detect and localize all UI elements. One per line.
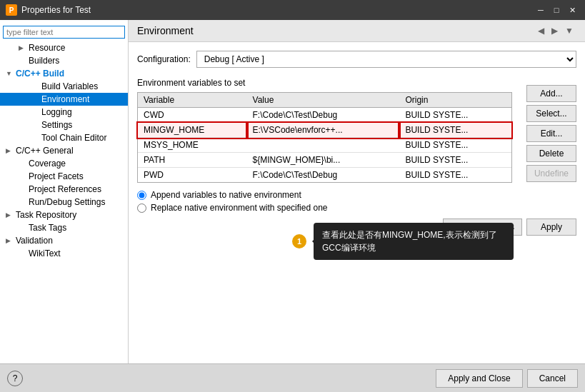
radio-append-label: Append variables to native environment — [151, 190, 301, 200]
panel-content: Configuration: Debug [ Active ] Environm… — [129, 42, 585, 363]
cell-origin: BUILD SYSTE... — [399, 138, 511, 153]
window-title: Properties for Test — [21, 5, 534, 15]
cell-value: ${MINGW_HOME}\bi... — [247, 153, 400, 168]
sidebar-label-settings: Settings — [41, 120, 72, 130]
sidebar-item-tool-chain-editor[interactable]: Tool Chain Editor — [0, 131, 128, 144]
cell-origin: BUILD SYSTE... — [399, 108, 511, 123]
sidebar-item-resource[interactable]: ▶Resource — [0, 41, 128, 54]
sidebar-item-wikitext[interactable]: WikiText — [0, 247, 128, 260]
filter-input[interactable] — [3, 26, 125, 39]
tree-arrow-cpp-build: ▼ — [6, 70, 13, 77]
panel-nav: ◀ ▶ ▼ — [535, 24, 576, 37]
sidebar-item-settings[interactable]: Settings — [0, 119, 128, 131]
cell-value: F:\Code\C\Test\Debug — [247, 168, 400, 183]
sidebar: ▶ResourceBuilders▼C/C++ BuildBuild Varia… — [0, 20, 129, 363]
table-row[interactable]: PATH ${MINGW_HOME}\bi... BUILD SYSTE... — [138, 153, 511, 168]
content-area: ▶ResourceBuilders▼C/C++ BuildBuild Varia… — [0, 20, 585, 363]
cell-value — [247, 138, 400, 153]
cell-origin: BUILD SYSTE... — [399, 123, 511, 138]
radio-append[interactable] — [137, 191, 146, 200]
sidebar-item-project-references[interactable]: Project References — [0, 183, 128, 196]
edit-button[interactable]: Edit... — [526, 125, 576, 142]
tree-arrow-cpp-general: ▶ — [6, 147, 13, 154]
cell-variable: PWD — [138, 168, 247, 183]
sidebar-item-project-facets[interactable]: Project Facets — [0, 170, 128, 183]
radio-replace-label: Replace native environment with specifie… — [151, 203, 327, 213]
sidebar-item-builders[interactable]: Builders — [0, 54, 128, 67]
help-button[interactable]: ? — [7, 371, 23, 386]
cell-origin: BUILD SYSTE... — [399, 168, 511, 183]
env-table-container: Variable Value Origin CWD F:\Code\C\Test… — [137, 92, 512, 183]
sidebar-label-logging: Logging — [41, 107, 72, 117]
callout-tooltip: 1 查看此处是否有MINGW_HOME,表示检测到了GCC编译环境 — [314, 223, 514, 260]
sidebar-label-task-tags: Task Tags — [29, 223, 66, 233]
col-variable: Variable — [138, 93, 247, 108]
cell-variable: CWD — [138, 108, 247, 123]
sidebar-label-cpp-general: C/C++ General — [16, 146, 74, 156]
sidebar-label-project-references: Project References — [29, 184, 101, 194]
sidebar-label-validation: Validation — [16, 236, 53, 246]
cell-variable: PATH — [138, 153, 247, 168]
nav-menu-button[interactable]: ▼ — [562, 24, 576, 37]
footer-right: Apply and Close Cancel — [436, 369, 578, 388]
nav-back-button[interactable]: ◀ — [535, 24, 547, 37]
table-row[interactable]: CWD F:\Code\C\Test\Debug BUILD SYSTE... — [138, 108, 511, 123]
sidebar-item-task-tags[interactable]: Task Tags — [0, 221, 128, 234]
main-container: ▶ResourceBuilders▼C/C++ BuildBuild Varia… — [0, 20, 585, 392]
section-label: Environment variables to set — [137, 78, 576, 88]
cell-value: E:\VSCode\envforc++... — [247, 123, 400, 138]
maximize-button[interactable]: □ — [549, 4, 564, 16]
tree-arrow-validation: ▶ — [6, 237, 13, 244]
undefine-button[interactable]: Undefine — [526, 165, 576, 182]
select-button[interactable]: Select... — [526, 105, 576, 122]
sidebar-item-cpp-build[interactable]: ▼C/C++ Build — [0, 67, 128, 80]
sidebar-item-task-repository[interactable]: ▶Task Repository — [0, 208, 128, 221]
sidebar-label-environment: Environment — [41, 94, 89, 104]
add-button[interactable]: Add... — [526, 85, 576, 102]
sidebar-item-coverage[interactable]: Coverage — [0, 157, 128, 170]
callout-text: 查看此处是否有MINGW_HOME,表示检测到了GCC编译环境 — [322, 230, 497, 253]
cancel-button[interactable]: Cancel — [527, 369, 578, 388]
close-button[interactable]: ✕ — [565, 4, 579, 16]
sidebar-label-run-debug-settings: Run/Debug Settings — [29, 197, 105, 207]
col-origin: Origin — [399, 93, 511, 108]
sidebar-label-cpp-build: C/C++ Build — [16, 69, 64, 79]
table-row[interactable]: MSYS_HOME BUILD SYSTE... — [138, 138, 511, 153]
table-row[interactable]: PWD F:\Code\C\Test\Debug BUILD SYSTE... — [138, 168, 511, 183]
table-row[interactable]: MINGW_HOME E:\VSCode\envforc++... BUILD … — [138, 123, 511, 138]
sidebar-item-run-debug-settings[interactable]: Run/Debug Settings — [0, 196, 128, 208]
sidebar-item-validation[interactable]: ▶Validation — [0, 234, 128, 247]
nav-forward-button[interactable]: ▶ — [549, 24, 561, 37]
cell-variable: MSYS_HOME — [138, 138, 247, 153]
sidebar-item-logging[interactable]: Logging — [0, 106, 128, 119]
env-table: Variable Value Origin CWD F:\Code\C\Test… — [138, 93, 511, 182]
sidebar-label-builders: Builders — [29, 56, 59, 66]
radio-item-1: Append variables to native environment — [137, 190, 576, 200]
cell-variable: MINGW_HOME — [138, 123, 247, 138]
config-label: Configuration: — [137, 54, 191, 64]
tree-arrow-resource: ▶ — [19, 44, 26, 51]
panel-header: Environment ◀ ▶ ▼ — [129, 20, 585, 42]
window-icon-letter: P — [9, 6, 14, 14]
config-select[interactable]: Debug [ Active ] — [196, 51, 576, 68]
tree-arrow-task-repository: ▶ — [6, 211, 13, 218]
sidebar-item-cpp-general[interactable]: ▶C/C++ General — [0, 144, 128, 157]
sidebar-label-resource: Resource — [29, 43, 65, 53]
apply-inner-button[interactable]: Apply — [526, 218, 576, 236]
table-body: CWD F:\Code\C\Test\Debug BUILD SYSTE... … — [138, 108, 511, 183]
config-row: Configuration: Debug [ Active ] — [137, 51, 576, 68]
sidebar-item-environment[interactable]: Environment — [0, 93, 128, 106]
sidebar-label-coverage: Coverage — [29, 159, 66, 169]
footer-left: ? — [7, 371, 23, 386]
sidebar-label-wikitext: WikiText — [29, 248, 61, 258]
table-buttons: Add... Select... Edit... Delete Undefine — [526, 85, 576, 182]
sidebar-item-build-variables[interactable]: Build Variables — [0, 80, 128, 93]
window-controls: ─ □ ✕ — [534, 4, 579, 16]
col-value: Value — [247, 93, 400, 108]
minimize-button[interactable]: ─ — [534, 4, 548, 16]
radio-replace[interactable] — [137, 203, 146, 213]
title-bar: P Properties for Test ─ □ ✕ — [0, 0, 585, 20]
sidebar-label-task-repository: Task Repository — [16, 210, 76, 220]
apply-close-button[interactable]: Apply and Close — [436, 369, 522, 388]
delete-button[interactable]: Delete — [526, 145, 576, 162]
